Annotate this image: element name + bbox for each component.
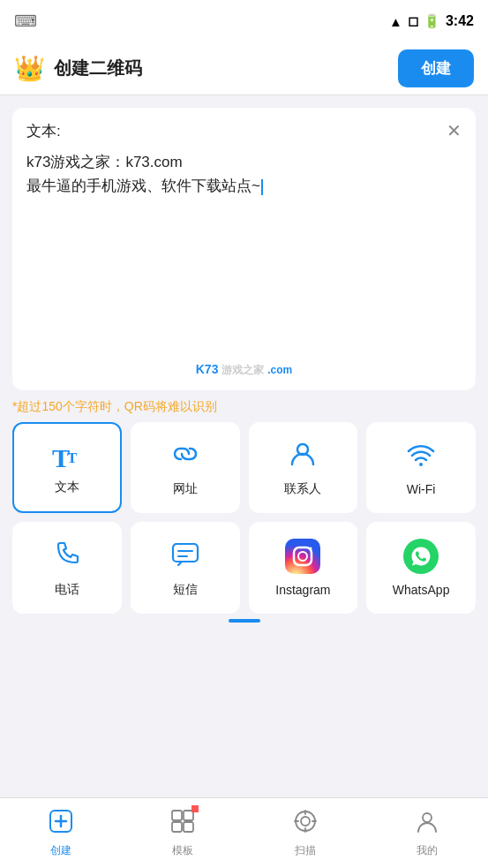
tab-template-icon bbox=[170, 809, 195, 840]
status-bar: ⌨ ▲ ◻ 🔋 3:42 bbox=[0, 0, 488, 42]
grid-item-url-label: 网址 bbox=[173, 481, 198, 497]
tab-scan[interactable]: 扫描 bbox=[293, 809, 318, 858]
svg-rect-4 bbox=[173, 544, 198, 562]
grid-item-instagram[interactable]: Instagram bbox=[249, 522, 358, 614]
tab-mine-label: 我的 bbox=[417, 843, 438, 858]
tab-mine-icon bbox=[415, 809, 439, 840]
keyboard-icon: ⌨ bbox=[14, 11, 37, 31]
signal-icon: ▲ bbox=[389, 14, 402, 29]
grid-item-wifi[interactable]: Wi-Fi bbox=[366, 422, 476, 513]
text-input-content[interactable]: k73游戏之家：k73.com 最牛逼的手机游戏、软件下载站点~ bbox=[26, 150, 462, 309]
grid-item-sms[interactable]: 短信 bbox=[131, 522, 240, 614]
grid-item-phone-label: 电话 bbox=[55, 582, 79, 598]
grid-item-whatsapp[interactable]: WhatsApp bbox=[366, 522, 476, 614]
instagram-icon bbox=[285, 539, 320, 577]
link-icon bbox=[169, 438, 201, 476]
tab-create[interactable]: 创建 bbox=[49, 809, 73, 858]
text-input-card: 文本: ✕ k73游戏之家：k73.com 最牛逼的手机游戏、软件下载站点~ K… bbox=[12, 108, 476, 390]
contact-icon bbox=[287, 438, 319, 476]
grid-item-url[interactable]: 网址 bbox=[131, 422, 240, 513]
svg-rect-15 bbox=[172, 811, 182, 820]
grid-item-contact[interactable]: 联系人 bbox=[249, 422, 358, 513]
time-display: 3:42 bbox=[446, 13, 474, 29]
watermark: K73 游戏之家 .com bbox=[196, 362, 292, 378]
grid-item-text[interactable]: T T 文本 bbox=[12, 422, 122, 513]
warning-text: *超过150个字符时，QR码将难以识别 bbox=[0, 390, 488, 422]
grid-item-text-label: 文本 bbox=[55, 479, 79, 495]
create-button[interactable]: 创建 bbox=[398, 49, 474, 87]
tab-scan-label: 扫描 bbox=[295, 843, 316, 858]
battery-icon: 🔋 bbox=[424, 13, 440, 29]
whatsapp-icon bbox=[403, 539, 439, 577]
svg-point-20 bbox=[301, 817, 310, 826]
grid-item-phone[interactable]: 电话 bbox=[12, 522, 122, 614]
status-bar-right: ▲ ◻ 🔋 3:42 bbox=[389, 13, 474, 29]
text-type-icon: T T bbox=[50, 441, 84, 474]
page-title: 创建二维码 bbox=[54, 57, 142, 80]
wifi-icon bbox=[405, 439, 437, 477]
sms-icon bbox=[169, 539, 201, 577]
tab-template-label: 模板 bbox=[172, 843, 193, 858]
grid-item-instagram-label: Instagram bbox=[275, 583, 330, 597]
scroll-indicator bbox=[0, 614, 488, 626]
svg-point-25 bbox=[423, 813, 432, 822]
crown-icon: 👑 bbox=[14, 54, 45, 83]
grid-item-whatsapp-label: WhatsApp bbox=[393, 583, 450, 597]
tab-template[interactable]: 模板 bbox=[170, 809, 195, 858]
tab-mine[interactable]: 我的 bbox=[415, 809, 439, 858]
warning-message: 超过150个字符时，QR码将难以识别 bbox=[17, 399, 216, 413]
grid-item-contact-label: 联系人 bbox=[284, 481, 321, 497]
grid-item-wifi-label: Wi-Fi bbox=[407, 482, 436, 496]
tab-create-label: 创建 bbox=[50, 843, 71, 858]
tab-bar: 创建 模板 扫描 bbox=[0, 797, 488, 868]
scroll-dot bbox=[229, 619, 260, 623]
svg-point-3 bbox=[419, 463, 423, 466]
grid-item-sms-label: 短信 bbox=[173, 582, 198, 598]
sim-icon: ◻ bbox=[408, 13, 418, 29]
status-bar-left: ⌨ bbox=[14, 11, 37, 31]
svg-point-10 bbox=[310, 547, 312, 550]
svg-rect-18 bbox=[184, 822, 193, 832]
type-grid: T T 文本 网址 联系人 bbox=[12, 422, 476, 614]
svg-rect-17 bbox=[172, 822, 182, 832]
close-icon[interactable]: ✕ bbox=[447, 120, 462, 141]
svg-text:T: T bbox=[67, 449, 78, 465]
text-field-label: 文本: bbox=[26, 121, 61, 141]
svg-rect-7 bbox=[285, 539, 320, 574]
header: 👑 创建二维码 创建 bbox=[0, 42, 488, 95]
tab-create-icon bbox=[49, 809, 73, 840]
tab-scan-icon bbox=[293, 809, 318, 840]
header-left: 👑 创建二维码 bbox=[14, 54, 142, 83]
phone-icon bbox=[51, 538, 83, 577]
text-card-header: 文本: ✕ bbox=[26, 120, 462, 141]
